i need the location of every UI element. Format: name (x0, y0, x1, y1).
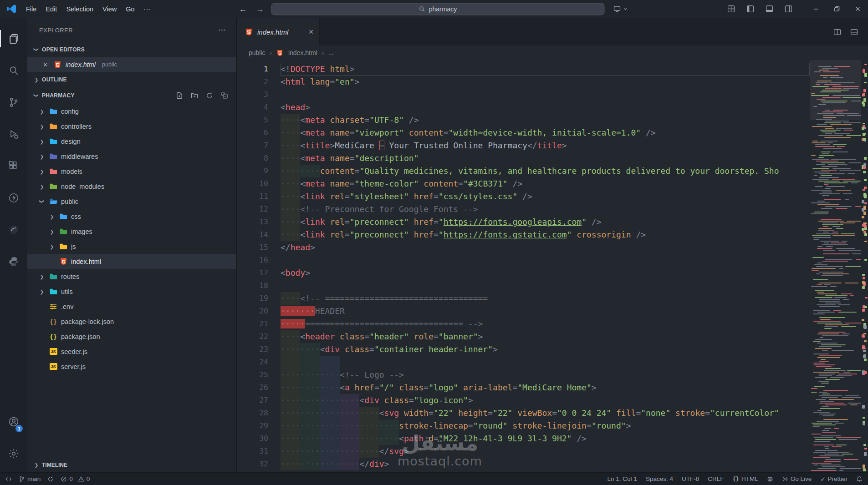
collapse-all-icon[interactable] (221, 92, 228, 99)
menu-edit[interactable]: Edit (41, 4, 61, 15)
breadcrumb-folder[interactable]: public (249, 49, 266, 56)
tree-item-controllers[interactable]: ❯controllers (27, 119, 236, 134)
code-line-9[interactable]: 9········content="Quality medicines, vit… (237, 165, 810, 177)
chevron-right-icon[interactable]: ❯ (38, 289, 46, 294)
tab-index-html[interactable]: index.html ✕ (237, 18, 320, 45)
restore-button[interactable] (826, 0, 847, 18)
explorer-more-actions-icon[interactable]: ⋯ (218, 25, 226, 35)
close-editor-icon[interactable]: ✕ (43, 61, 49, 68)
tree-item-utils[interactable]: ❯utils (27, 284, 236, 299)
notifications-bell-icon[interactable] (856, 476, 863, 482)
refresh-icon[interactable] (206, 92, 213, 99)
toggle-panel-layout-icon[interactable] (850, 28, 858, 36)
tree-item-models[interactable]: ❯models (27, 164, 236, 179)
tree-item-server.js[interactable]: ❯JSserver.js (27, 359, 236, 374)
code-line-11[interactable]: 11····<link rel="stylesheet" href="css/s… (237, 190, 810, 203)
explorer-activity-icon[interactable] (0, 23, 27, 55)
back-button[interactable]: ← (238, 4, 249, 14)
code-line-15[interactable]: 15</head> (237, 241, 810, 254)
outline-header[interactable]: ❯ OUTLINE (27, 72, 236, 87)
project-header[interactable]: ❯ PHARMACY (27, 87, 236, 104)
code-line-29[interactable]: 29························stroke-linecap… (237, 419, 810, 432)
code-line-16[interactable]: 16 (237, 254, 810, 267)
encoding[interactable]: UTF-8 (682, 475, 699, 482)
timeline-header[interactable]: ❯ TIMELINE (27, 457, 236, 472)
branch-indicator[interactable]: main (19, 475, 41, 482)
source-control-activity-icon[interactable] (0, 86, 27, 118)
code-line-1[interactable]: 1<!DOCTYPE html> (237, 63, 810, 76)
code-line-18[interactable]: 18 (237, 279, 810, 292)
chevron-right-icon[interactable]: ❯ (38, 139, 46, 144)
minimap[interactable] (810, 60, 861, 472)
minimize-button[interactable] (805, 0, 826, 18)
extension-circle-activity-icon[interactable] (0, 214, 27, 246)
remote-window-icon[interactable] (5, 476, 12, 482)
code-line-3[interactable]: 3 (237, 88, 810, 101)
toggle-sidebar-icon[interactable] (746, 5, 754, 13)
tree-item-package-lock.json[interactable]: ❯{}package-lock.json (27, 314, 236, 329)
tree-item-config[interactable]: ❯config (27, 104, 236, 119)
thunder-client-activity-icon[interactable] (0, 182, 27, 214)
code-line-25[interactable]: 25············<!-- Logo --> (237, 369, 810, 381)
cursor-position[interactable]: Ln 1, Col 1 (608, 475, 637, 482)
extensions-activity-icon[interactable] (0, 150, 27, 182)
toggle-panel-icon[interactable] (766, 5, 773, 13)
accounts-icon[interactable]: 1 (0, 406, 27, 438)
chevron-right-icon[interactable]: ❯ (48, 229, 56, 234)
settings-gear-icon[interactable] (0, 438, 27, 470)
toggle-secondary-sidebar-icon[interactable] (785, 5, 792, 13)
tree-item-package.json[interactable]: ❯{}package.json (27, 329, 236, 344)
code-line-14[interactable]: 14····<link rel="preconnect" href="https… (237, 228, 810, 241)
minimap-slider[interactable] (810, 60, 861, 120)
chevron-right-icon[interactable]: ❯ (38, 154, 46, 159)
screencast-dropdown[interactable] (611, 4, 631, 15)
menu-view[interactable]: View (98, 4, 121, 15)
language-mode[interactable]: {} HTML (732, 475, 758, 482)
tree-item-seeder.js[interactable]: ❯JSseeder.js (27, 344, 236, 359)
chevron-down-icon[interactable]: ❯ (39, 198, 45, 205)
breadcrumb-more[interactable]: ... (328, 49, 334, 56)
menu-go[interactable]: Go (121, 4, 139, 15)
code-line-20[interactable]: 20·······HEADER (237, 305, 810, 318)
customize-layout-icon[interactable] (727, 5, 735, 13)
code-line-24[interactable]: 24············ (237, 356, 810, 369)
code-line-17[interactable]: 17<body> (237, 267, 810, 279)
code-line-28[interactable]: 28····················<svg width="22" he… (237, 407, 810, 419)
breadcrumb-file[interactable]: index.html (288, 49, 317, 56)
search-activity-icon[interactable] (0, 55, 27, 86)
globe-icon[interactable] (767, 476, 773, 482)
code-line-8[interactable]: 8····<meta name="description" (237, 152, 810, 165)
python-activity-icon[interactable] (0, 246, 27, 278)
code-line-6[interactable]: 6····<meta name="viewport" content="widt… (237, 126, 810, 139)
new-folder-icon[interactable] (191, 92, 198, 99)
code-line-27[interactable]: 27················<div class="logo-icon"… (237, 394, 810, 407)
code-line-12[interactable]: 12····<!-- Preconnect for Google Fonts -… (237, 203, 810, 216)
command-center-search[interactable]: pharmacy (271, 3, 605, 15)
split-editor-icon[interactable] (833, 28, 841, 36)
code-line-5[interactable]: 5····<meta charset="UTF-8" /> (237, 114, 810, 126)
code-line-30[interactable]: 30························<path d="M22 1… (237, 432, 810, 445)
run-debug-activity-icon[interactable] (0, 118, 27, 150)
code-line-21[interactable]: 21·····================================ … (237, 318, 810, 330)
tree-item-images[interactable]: ❯images (27, 224, 236, 239)
tree-item-public[interactable]: ❯public (27, 194, 236, 209)
sync-icon[interactable] (47, 476, 54, 482)
menu-selection[interactable]: Selection (61, 4, 98, 15)
chevron-right-icon[interactable]: ❯ (48, 244, 56, 249)
tree-item-routes[interactable]: ❯routes (27, 269, 236, 284)
chevron-right-icon[interactable]: ❯ (38, 109, 46, 114)
code-area[interactable]: 1<!DOCTYPE html>2<html lang="en">34<head… (237, 60, 868, 472)
code-line-2[interactable]: 2<html lang="en"> (237, 76, 810, 88)
tree-item-css[interactable]: ❯css (27, 209, 236, 224)
code-line-7[interactable]: 7····<title>MediCare – Your Trusted Onli… (237, 139, 810, 152)
chevron-right-icon[interactable]: ❯ (38, 274, 46, 279)
code-line-26[interactable]: 26············<a href="/" class="logo" a… (237, 381, 810, 394)
close-tab-icon[interactable]: ✕ (308, 28, 314, 35)
tree-item-js[interactable]: ❯js (27, 239, 236, 254)
tree-item-design[interactable]: ❯design (27, 134, 236, 149)
indentation[interactable]: Spaces: 4 (646, 475, 673, 482)
forward-button[interactable]: → (255, 4, 266, 14)
chevron-right-icon[interactable]: ❯ (38, 124, 46, 129)
menu-file[interactable]: File (21, 4, 41, 15)
code-line-4[interactable]: 4<head> (237, 101, 810, 114)
